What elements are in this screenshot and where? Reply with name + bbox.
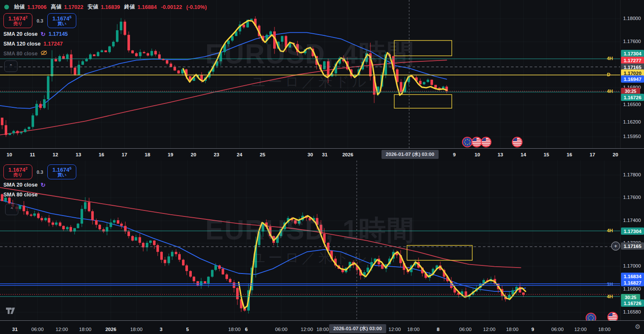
time-axis-label: 24 <box>237 152 243 157</box>
price-badge: 1.17304 <box>621 227 644 235</box>
high-label: 高値 <box>51 3 61 11</box>
time-axis-label: 5 <box>186 327 189 332</box>
us-flag-icon[interactable] <box>607 311 618 320</box>
legend-sma80-label: SMA 80 close <box>3 192 38 198</box>
price-axis-tick: 1.16500 <box>623 102 641 107</box>
price-axis-tick: 1.16200 <box>623 119 641 124</box>
add-alert-plus-icon[interactable]: + <box>611 242 620 250</box>
crosshair-date-tooltip: 2026-01-07 (水) 03:00 <box>329 324 386 333</box>
time-axis-label: 13 <box>498 152 503 157</box>
market-status-dot <box>4 5 9 9</box>
collapse-legend-button[interactable]: ⌃ <box>4 60 17 72</box>
collapse-legend-button[interactable]: ⌃ <box>5 204 18 215</box>
time-axis-label: 12:00 <box>575 327 587 332</box>
close-value: 1.16884 <box>138 4 157 10</box>
time-axis-label: 23 <box>214 152 219 157</box>
legend-sma20[interactable]: SMA 20 close ↻ 1.17145 <box>3 29 68 39</box>
open-label: 始値 <box>14 3 25 11</box>
trading-app: EURUSD, 4時間 ユーロ／米ドル 始値1.17006 高値1.17022 … <box>0 0 644 334</box>
time-axis-label: 16 <box>567 152 572 157</box>
eye-off-icon[interactable] <box>40 50 47 57</box>
price-chart-canvas[interactable] <box>0 161 644 320</box>
time-axis-label: 18:00 <box>228 327 241 332</box>
time-axis-label: 17 <box>122 152 127 157</box>
line-timeframe-label: 4H <box>607 56 613 61</box>
low-value: 1.16839 <box>101 4 120 10</box>
time-axis-label: 2026 <box>105 327 116 332</box>
time-axis-label: 11 <box>30 152 35 157</box>
price-axis-tick: 1.17600 <box>623 39 641 44</box>
price-axis-separator <box>620 0 621 148</box>
high-value: 1.17022 <box>64 4 83 10</box>
buy-button[interactable]: 1.16745 買い <box>47 13 76 28</box>
open-value: 1.17006 <box>27 4 46 10</box>
price-chart-canvas[interactable] <box>0 0 644 148</box>
change-value: -0.00122 <box>161 4 182 10</box>
time-axis-label: 18 <box>145 152 150 157</box>
line-timeframe-label: 4H <box>607 294 613 299</box>
line-timeframe-label: 1H <box>607 282 613 287</box>
price-axis-tick: 1.17800 <box>623 172 641 177</box>
eu-flag-icon[interactable] <box>585 312 597 320</box>
chart-panel-4h[interactable]: EURUSD, 4時間 ユーロ／米ドル 始値1.17006 高値1.17022 … <box>0 0 644 148</box>
time-axis-label: 06:00 <box>32 327 44 332</box>
price-badge: 1.17304 <box>621 50 644 57</box>
time-axis-label: 6 <box>245 327 248 332</box>
order-panel-1h: 1.16742 売り 0.3 1.16745 買い <box>3 164 76 179</box>
time-axis-label: 25 <box>260 152 266 157</box>
line-timeframe-label: 4H <box>607 228 613 233</box>
legend-sma80-label: SMA 80 close <box>3 51 38 57</box>
time-axis-label: 06:00 <box>275 327 288 332</box>
price-axis-tick: 1.16580 <box>623 309 641 314</box>
line-timeframe-label: D <box>607 72 610 77</box>
time-axis-label: 2026 <box>342 152 353 157</box>
time-axis-label: 12 <box>53 152 58 157</box>
sync-icon[interactable]: ↻ <box>40 181 46 188</box>
crosshair-date-tooltip: 2026-01-07 (水) 03:00 <box>381 150 439 159</box>
time-axis-label: 18:00 <box>407 327 420 332</box>
price-axis-tick: 1.18000 <box>623 16 641 21</box>
legend-sma20-value: 1.17145 <box>49 31 68 37</box>
time-axis-label: 3 <box>160 327 162 332</box>
time-axis-label: 17 <box>590 152 595 157</box>
time-axis-1h[interactable]: 2026-01-07 (水) 03:00 ⚙ 3106:0012:0018:00… <box>0 320 644 334</box>
price-axis-tick: 1.17400 <box>623 218 641 223</box>
us-flag-icon[interactable] <box>480 136 492 148</box>
price-badge: 1.16827 <box>621 279 644 286</box>
price-badge: 1.16726 <box>621 299 644 307</box>
time-axis-label: 16 <box>99 152 104 157</box>
legend-sma120[interactable]: SMA 120 close 1.17247 <box>3 39 68 49</box>
low-label: 安値 <box>87 3 98 11</box>
time-axis-label: 18:00 <box>79 327 92 332</box>
spread-value: 0.3 <box>37 18 43 23</box>
time-axis-label: 06:00 <box>459 327 472 332</box>
sell-button[interactable]: 1.16742 売り <box>3 164 32 179</box>
us-flag-icon[interactable] <box>511 136 523 148</box>
price-badge: 1.16947 <box>621 75 644 83</box>
time-axis-4h[interactable]: 2026-01-07 (水) 03:00 1011121316171819202… <box>0 148 644 161</box>
legend-sma20[interactable]: SMA 20 close ↻ <box>3 180 46 190</box>
time-axis-label: 9 <box>453 152 456 157</box>
legend-sma120-value: 1.17247 <box>43 41 63 47</box>
axis-settings-gear-icon[interactable]: ⚙ <box>635 323 641 331</box>
time-axis-label: 31 <box>322 152 328 157</box>
change-percent: (-0.10%) <box>186 4 207 10</box>
time-axis-label: 18:00 <box>598 327 611 332</box>
price-badge: 30:25 <box>621 88 640 94</box>
tradingview-logo[interactable] <box>6 308 18 316</box>
chart-panel-1h[interactable]: EURUSD, 1時間 ユーロ／米ドル 1.16742 売り 0.3 1.167… <box>0 161 644 320</box>
sell-button[interactable]: 1.16742 売り <box>3 13 32 28</box>
time-axis-label: 13 <box>76 152 81 157</box>
legend-sma80-hidden[interactable]: SMA 80 close <box>3 49 68 58</box>
spread-value: 0.3 <box>37 170 43 175</box>
time-axis-label: 30 <box>308 152 313 157</box>
time-axis-label: 31 <box>12 327 18 332</box>
buy-button[interactable]: 1.16745 買い <box>47 164 76 179</box>
time-axis-label: 10 <box>475 152 480 157</box>
time-axis-label: 8 <box>437 327 439 332</box>
time-axis-label: 12:00 <box>389 327 401 332</box>
legend-sma80[interactable]: SMA 80 close <box>3 190 46 199</box>
legend-sma120-label: SMA 120 close <box>3 41 40 47</box>
sync-icon[interactable]: ↻ <box>40 31 46 37</box>
indicator-legend-4h: SMA 20 close ↻ 1.17145 SMA 120 close 1.1… <box>3 29 68 58</box>
